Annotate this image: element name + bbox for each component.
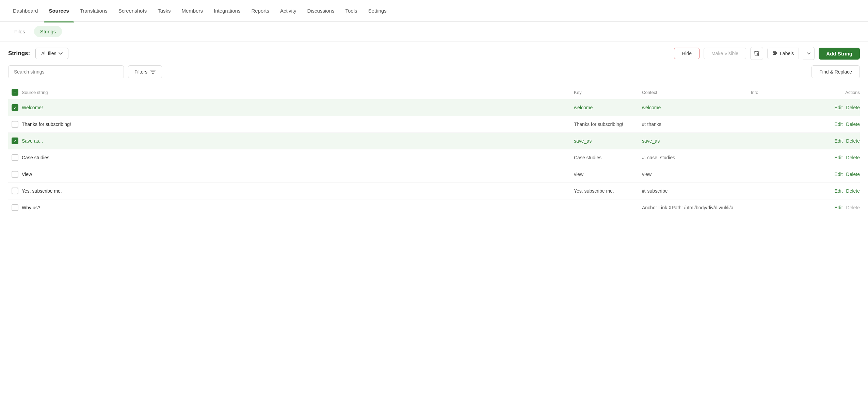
context-1: #: thanks [642,122,751,127]
col-actions: Actions [812,90,860,95]
actions-4: Edit Delete [812,172,860,177]
key-2: save_as [574,138,642,144]
table-row: Case studies Case studies #. case_studie… [8,149,860,166]
actions-0: Edit Delete [812,105,860,110]
top-nav: Dashboard Sources Translations Screensho… [0,0,868,22]
delete-5[interactable]: Delete [846,188,860,194]
key-0: welcome [574,105,642,110]
chevron-down-icon [807,52,810,54]
source-string-6: Why us? [22,205,574,210]
context-0: welcome [642,105,751,110]
key-3: Case studies [574,155,642,160]
source-string-0: Welcome! [22,105,574,110]
strings-label: Strings: [8,50,30,57]
filter-icon [150,70,156,74]
edit-5[interactable]: Edit [834,188,842,194]
nav-screenshots[interactable]: Screenshots [114,5,151,16]
context-3: #. case_studies [642,155,751,160]
table-row: Yes, subscribe me. Yes, subscribe me. #,… [8,183,860,199]
tab-files[interactable]: Files [8,26,31,37]
actions-2: Edit Delete [812,138,860,144]
labels-button[interactable]: Labels [767,48,799,59]
source-string-3: Case studies [22,155,574,160]
context-2: save_as [642,138,751,144]
edit-1[interactable]: Edit [834,122,842,127]
nav-tasks[interactable]: Tasks [153,5,175,16]
delete-1[interactable]: Delete [846,122,860,127]
delete-6: Delete [846,205,860,210]
toolbar: Strings: All files Hide Make Visible Lab… [0,42,868,65]
col-info: Info [751,90,812,95]
context-6: Anchor Link XPath: /html/body/div/div/ul… [642,205,751,210]
source-string-1: Thanks for subscribing! [22,122,574,127]
nav-dashboard[interactable]: Dashboard [8,5,43,16]
row-checkbox-4[interactable] [12,171,18,178]
actions-6: Edit Delete [812,205,860,210]
actions-3: Edit Delete [812,155,860,160]
source-string-2: Save as... [22,138,574,144]
actions-1: Edit Delete [812,122,860,127]
row-checkbox-6[interactable] [12,204,18,211]
row-checkbox-2[interactable] [12,138,18,144]
col-key: Key [574,90,642,95]
table-header: Source string Key Context Info Actions [8,84,860,99]
filters-label: Filters [134,69,147,75]
svg-point-0 [773,53,774,54]
table-row: View view view Edit Delete [8,166,860,183]
trash-icon [754,50,759,56]
chevron-down-icon [59,51,63,55]
row-checkbox-1[interactable] [12,121,18,128]
tab-strings[interactable]: Strings [34,26,62,37]
delete-0[interactable]: Delete [846,105,860,110]
key-4: view [574,172,642,177]
table-row: Why us? Anchor Link XPath: /html/body/di… [8,199,860,216]
sub-nav: Files Strings [0,22,868,42]
nav-sources[interactable]: Sources [44,5,74,16]
search-input[interactable] [8,65,124,78]
find-replace-button[interactable]: Find & Replace [811,65,860,78]
select-all-checkbox[interactable] [12,89,18,96]
table-row: Welcome! welcome welcome Edit Delete [8,99,860,116]
edit-6[interactable]: Edit [834,205,842,210]
row-checkbox-3[interactable] [12,154,18,161]
all-files-dropdown[interactable]: All files [35,48,68,59]
all-files-label: All files [41,51,56,56]
label-icon [772,51,778,56]
nav-translations[interactable]: Translations [75,5,112,16]
table-row: Save as... save_as save_as Edit Delete [8,133,860,149]
labels-label: Labels [780,51,794,56]
edit-0[interactable]: Edit [834,105,842,110]
delete-3[interactable]: Delete [846,155,860,160]
nav-activity[interactable]: Activity [275,5,301,16]
nav-tools[interactable]: Tools [340,5,362,16]
nav-reports[interactable]: Reports [246,5,274,16]
nav-settings[interactable]: Settings [364,5,391,16]
context-5: #, subscribe [642,188,751,194]
col-source-string: Source string [22,90,574,95]
edit-2[interactable]: Edit [834,138,842,144]
delete-2[interactable]: Delete [846,138,860,144]
actions-5: Edit Delete [812,188,860,194]
row-checkbox-5[interactable] [12,188,18,194]
filters-button[interactable]: Filters [128,65,162,78]
nav-discussions[interactable]: Discussions [302,5,339,16]
make-visible-button[interactable]: Make Visible [704,48,746,59]
table-container: Source string Key Context Info Actions W… [0,84,868,216]
edit-4[interactable]: Edit [834,172,842,177]
search-row: Filters Find & Replace [0,65,868,84]
key-1: Thanks for subscribing! [574,122,642,127]
nav-integrations[interactable]: Integrations [209,5,245,16]
key-5: Yes, subscribe me. [574,188,642,194]
source-string-5: Yes, subscribe me. [22,188,574,194]
row-checkbox-0[interactable] [12,104,18,111]
col-context: Context [642,90,751,95]
edit-3[interactable]: Edit [834,155,842,160]
delete-button[interactable] [750,47,763,60]
nav-members[interactable]: Members [177,5,208,16]
add-string-button[interactable]: Add String [819,48,860,60]
delete-4[interactable]: Delete [846,172,860,177]
labels-dropdown-button[interactable] [803,47,815,60]
table-row: Thanks for subscribing! Thanks for subsc… [8,116,860,133]
hide-button[interactable]: Hide [674,48,700,59]
source-string-4: View [22,172,574,177]
